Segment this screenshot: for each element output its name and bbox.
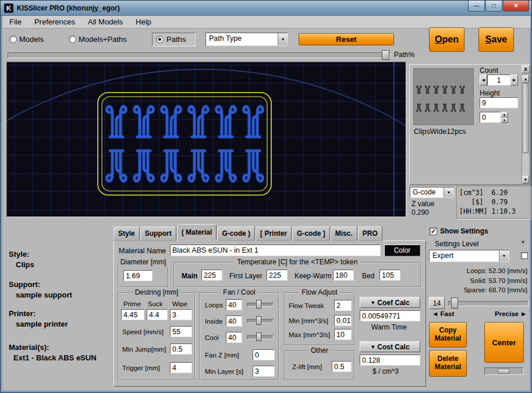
precision-slider-track[interactable] — [448, 301, 529, 306]
settings-level-select[interactable]: Expert ▼ — [429, 250, 509, 262]
chevron-down-icon[interactable]: ▼ — [278, 33, 288, 45]
menu-preferences[interactable]: Preferences — [28, 16, 81, 27]
trigger-input[interactable]: 4 — [170, 362, 192, 373]
temp-first-layer-input[interactable]: 225 — [267, 270, 288, 281]
cost-calc-value[interactable]: 0.128 — [360, 355, 420, 366]
destring-speed-input[interactable]: 55 — [170, 326, 192, 337]
wipe-input[interactable]: 3 — [170, 309, 192, 320]
viewport-3d-view[interactable] — [6, 62, 406, 217]
chevron-down-icon[interactable]: ▼ — [444, 187, 453, 197]
flow-tweak-input[interactable]: 2 — [334, 300, 352, 311]
models-paths-radio-label[interactable]: Models+Paths — [79, 35, 127, 44]
path-percent-slider-track[interactable] — [8, 52, 391, 58]
tab-printer[interactable]: [ Printer — [256, 226, 292, 241]
coef-calc-value[interactable]: 0.00549771 — [360, 310, 420, 321]
z-lift-input[interactable]: 0.5 — [332, 361, 352, 372]
path-type-select[interactable]: Path Type ▼ — [205, 33, 288, 46]
menu-help[interactable]: Help — [129, 16, 158, 27]
fan-cool-slider[interactable] — [247, 332, 274, 342]
settings-level-extra-checkbox[interactable] — [521, 252, 528, 259]
tab-material-gcode[interactable]: G-code ) — [217, 226, 255, 241]
model-thumbnail[interactable] — [413, 68, 474, 125]
center-scrollbar-thumb[interactable] — [498, 369, 509, 374]
paths-radio-frame[interactable]: Paths — [152, 33, 196, 47]
models-radio[interactable] — [9, 36, 17, 43]
cost-calc-button[interactable]: ▼ Cost Calc — [360, 341, 420, 352]
suck-input[interactable]: 4.4 — [147, 309, 168, 320]
precise-label: Precise ► — [495, 310, 527, 317]
settings-level-dropdown-icon[interactable]: ▼ — [520, 239, 526, 245]
precision-slider-thumb[interactable] — [451, 298, 458, 309]
scroll-up-icon[interactable]: ▲ — [522, 75, 529, 83]
destring-group-title: Destring [mm] — [133, 288, 181, 296]
fan-loops-slider[interactable] — [247, 299, 274, 310]
printer-value: sample printer — [16, 320, 68, 328]
center-scrollbar-track[interactable] — [484, 367, 524, 375]
temp-keep-warm-input[interactable]: 180 — [333, 270, 354, 281]
save-button[interactable]: Save — [478, 27, 514, 52]
fan-inside-slider[interactable] — [247, 316, 274, 326]
path-percent-slider-thumb[interactable] — [382, 50, 389, 60]
titlebar[interactable]: K KISSlicer PRO (khorunjy_egor) — □ ✕ — [1, 1, 532, 16]
model-list-scrollbar[interactable]: ▲ ▼ — [522, 75, 530, 184]
tab-material[interactable]: ( Material — [177, 224, 217, 241]
flow-tweak-label: Flow Tweak — [289, 302, 324, 309]
gcode-select[interactable]: G-code ▼ — [410, 187, 454, 198]
paths-radio[interactable] — [156, 36, 164, 43]
min-jump-input[interactable]: 0.5 — [170, 344, 192, 355]
tab-support[interactable]: Support — [140, 226, 176, 241]
layer-spinner-up-icon[interactable]: ▲ — [501, 112, 508, 118]
reset-button[interactable]: Reset — [299, 33, 394, 45]
menu-all-models[interactable]: All Models — [81, 16, 129, 27]
diameter-input[interactable]: 1.69 — [123, 270, 152, 281]
color-button[interactable]: Color — [384, 245, 420, 256]
model-panel-close-button[interactable]: X — [522, 65, 530, 73]
close-button[interactable]: ✕ — [503, 1, 529, 12]
count-input[interactable]: 1 — [487, 75, 510, 86]
flow-max-input[interactable]: 10 — [334, 329, 352, 340]
min-layer-input[interactable]: 3 — [253, 366, 275, 377]
coef-calc-label: Coef Calc — [377, 299, 409, 307]
precision-value[interactable]: 14 — [429, 297, 445, 309]
diameter-group: Diameter [mm] 1.69 — [118, 262, 169, 288]
model-name[interactable]: ClipsWide12pcs — [414, 128, 466, 136]
fast-label: ◄ Fast — [432, 310, 454, 317]
temp-main-input[interactable]: 225 — [201, 270, 222, 281]
fan-z-input[interactable]: 0 — [253, 349, 275, 360]
count-increment-icon[interactable]: ► — [510, 75, 518, 86]
stats-cost: [$] 0.79 — [459, 197, 528, 207]
fan-loops-input[interactable]: 40 — [226, 299, 242, 310]
temp-bed-input[interactable]: 105 — [380, 270, 400, 281]
maximize-button[interactable]: □ — [485, 1, 502, 12]
flow-min-input[interactable]: 0.01 — [334, 315, 352, 326]
scroll-down-icon[interactable]: ▼ — [522, 176, 529, 183]
material-name-input[interactable]: Black ABS eSUN - in Ext 1 — [170, 245, 381, 256]
delete-material-button[interactable]: Delete Material — [429, 350, 467, 377]
copy-material-button[interactable]: Copy Material — [429, 322, 467, 348]
menu-file[interactable]: File — [3, 16, 28, 27]
minimize-button[interactable]: — — [468, 1, 485, 12]
models-radio-label[interactable]: Models — [19, 35, 44, 44]
coef-calc-button[interactable]: ▼ Coef Calc — [360, 297, 420, 308]
open-button[interactable]: Open — [429, 27, 464, 52]
destring-speed-label: Speed [mm/s] — [122, 328, 164, 335]
center-button[interactable]: Center — [484, 322, 524, 363]
count-decrement-icon[interactable]: ◄ — [480, 75, 487, 86]
trigger-label: Trigger [mm] — [122, 364, 160, 371]
models-paths-radio[interactable] — [69, 36, 76, 43]
prime-input[interactable]: 4.45 — [121, 309, 144, 320]
scrollbar-thumb[interactable] — [523, 83, 529, 153]
fan-inside-input[interactable]: 40 — [226, 316, 242, 327]
layer-spinner-down-icon[interactable]: ▼ — [501, 118, 508, 123]
tab-pro[interactable]: PRO — [358, 226, 382, 241]
fan-cool-input[interactable]: 40 — [226, 332, 242, 343]
paths-radio-label[interactable]: Paths — [166, 35, 186, 44]
tab-printer-gcode[interactable]: G-code ] — [292, 226, 330, 241]
tab-misc[interactable]: Misc. — [331, 226, 357, 241]
layer-spinner-input[interactable]: 0 — [480, 112, 501, 123]
show-settings-label[interactable]: Show Settings — [440, 227, 488, 235]
tab-style[interactable]: Style — [114, 226, 140, 241]
chevron-down-icon[interactable]: ▼ — [499, 250, 509, 261]
height-input[interactable]: 9 — [480, 97, 518, 108]
show-settings-checkbox[interactable]: ✓ — [430, 228, 437, 235]
